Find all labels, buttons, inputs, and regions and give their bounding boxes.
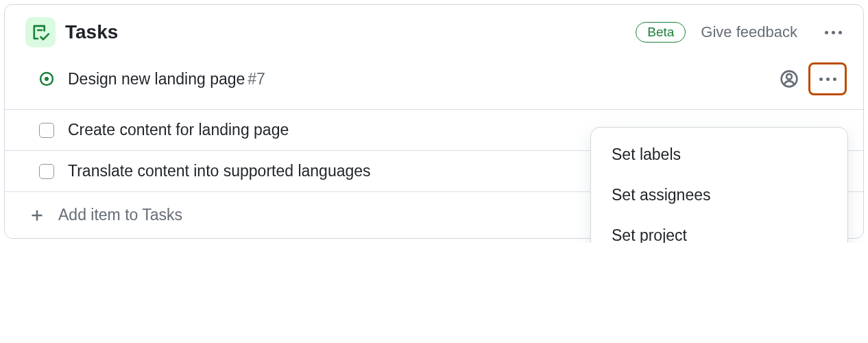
panel-title: Tasks xyxy=(65,21,626,43)
row-actions-dropdown: Set labels Set assignees Set project Rem… xyxy=(590,127,848,243)
issue-number: #7 xyxy=(248,70,265,88)
tasks-panel: Tasks Beta Give feedback Design new land… xyxy=(4,4,864,239)
row-more-button[interactable] xyxy=(808,62,847,95)
kebab-icon xyxy=(819,78,836,81)
panel-more-button[interactable] xyxy=(819,19,847,46)
task-checkbox[interactable] xyxy=(39,164,54,179)
menu-set-labels[interactable]: Set labels xyxy=(591,134,847,175)
svg-point-1 xyxy=(45,77,49,81)
panel-header: Tasks Beta Give feedback xyxy=(5,5,863,58)
plus-icon xyxy=(29,208,45,223)
give-feedback-link[interactable]: Give feedback xyxy=(701,23,797,41)
assignee-icon[interactable] xyxy=(780,69,799,88)
menu-set-project[interactable]: Set project xyxy=(591,215,847,243)
beta-badge: Beta xyxy=(636,22,686,43)
svg-point-3 xyxy=(786,74,792,80)
issue-open-icon xyxy=(39,71,54,86)
task-row[interactable]: Design new landing page#7 xyxy=(5,58,863,109)
task-title-text: Design new landing page xyxy=(68,70,245,88)
kebab-icon xyxy=(825,31,842,34)
add-item-label: Add item to Tasks xyxy=(58,206,182,224)
tasklist-icon xyxy=(25,17,56,47)
menu-set-assignees[interactable]: Set assignees xyxy=(591,175,847,215)
row-actions xyxy=(780,62,847,95)
task-checkbox[interactable] xyxy=(39,123,54,138)
task-title: Design new landing page#7 xyxy=(68,70,780,88)
